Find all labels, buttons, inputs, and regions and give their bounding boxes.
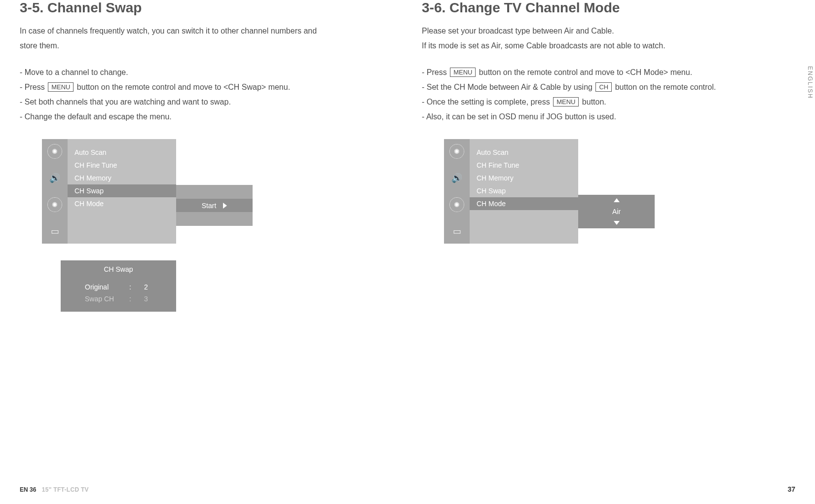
osd-item[interactable]: CH Swap	[470, 184, 578, 197]
osd-item[interactable]: CH Mode	[68, 197, 176, 210]
step-text: - Also, it can be set in OSD menu if JOG…	[422, 110, 770, 123]
osd-value[interactable]: Air	[578, 206, 655, 217]
text-fragment: - Press	[20, 83, 47, 91]
text-fragment: button on the remote control and move to…	[477, 68, 692, 76]
osd-item-list: Auto Scan CH Fine Tune CH Memory CH Swap…	[470, 139, 578, 244]
language-tab: ENGLISH	[805, 63, 815, 102]
paragraph: In case of channels frequently watch, yo…	[20, 25, 368, 37]
text-fragment: - Press	[422, 68, 449, 76]
text-fragment: button.	[580, 98, 606, 106]
ch-swap-dialog: CH Swap Original : 2 Swap CH : 3	[61, 260, 176, 312]
osd-item[interactable]: CH Fine Tune	[470, 159, 578, 172]
chevron-right-icon	[223, 203, 227, 209]
settings-icon: ✺	[47, 197, 62, 212]
paragraph: Please set your broadcast type between A…	[422, 25, 770, 37]
section-channel-swap: 3-5. Channel Swap In case of channels fr…	[20, 0, 368, 312]
section-title: 3-5. Channel Swap	[20, 0, 368, 16]
colon: :	[129, 283, 134, 291]
dialog-title: CH Swap	[61, 265, 176, 273]
section-title: 3-6. Change TV Channel Mode	[422, 0, 770, 16]
osd-item[interactable]: Auto Scan	[470, 146, 578, 159]
product-name: 15" TFT-LCD TV	[42, 486, 89, 493]
display-icon: ▭	[449, 224, 464, 239]
text-fragment: - Once the setting is complete, press	[422, 98, 552, 106]
osd-value-column: Air	[578, 139, 655, 244]
ch-button-label: CH	[595, 82, 612, 92]
step-text: - Set the CH Mode between Air & Cable by…	[422, 81, 770, 94]
row-key: Swap CH	[85, 295, 123, 303]
paragraph: store them.	[20, 39, 368, 52]
osd-icon-column: ✺ 🔊 ✺ ▭	[42, 139, 68, 244]
osd-value[interactable]: Start	[176, 199, 253, 212]
footer-left: EN 36 15" TFT-LCD TV	[20, 486, 89, 493]
chevron-down-icon	[614, 221, 620, 225]
dialog-row-selected[interactable]: Swap CH : 3	[61, 293, 176, 305]
osd-icon-column: ✺ 🔊 ✺ ▭	[444, 139, 470, 244]
speaker-icon: 🔊	[449, 171, 464, 185]
row-key: Original	[85, 283, 123, 291]
page-number-left: EN 36	[20, 486, 36, 493]
osd-item-selected[interactable]: CH Swap	[68, 184, 176, 197]
osd-item-list: Auto Scan CH Fine Tune CH Memory CH Swap…	[68, 139, 176, 244]
step-text: - Once the setting is complete, press ME…	[422, 96, 770, 108]
colon: :	[129, 295, 134, 303]
value-up[interactable]	[578, 195, 655, 206]
settings-icon: ✺	[449, 197, 464, 212]
osd-menu: ✺ 🔊 ✺ ▭ Auto Scan CH Fine Tune CH Memory…	[42, 139, 368, 244]
page-number-right: 37	[787, 485, 795, 493]
osd-item-selected[interactable]: CH Mode	[470, 197, 578, 210]
text-fragment: button on the remote control and move to…	[74, 83, 290, 91]
brightness-icon: ✺	[47, 144, 62, 159]
menu-button-label: MENU	[553, 97, 579, 107]
brightness-icon: ✺	[449, 144, 464, 159]
step-text: - Move to a channel to change.	[20, 66, 368, 79]
value-text: Air	[612, 208, 621, 216]
text-fragment: button on the remote control.	[613, 83, 716, 91]
chevron-up-icon	[614, 198, 620, 202]
paragraph: If its mode is set as Air, some Cable br…	[422, 39, 770, 52]
osd-item[interactable]: CH Fine Tune	[68, 159, 176, 172]
osd-item[interactable]: CH Memory	[68, 172, 176, 184]
value-down[interactable]	[578, 217, 655, 228]
menu-button-label: MENU	[450, 68, 476, 77]
value-text: Start	[202, 202, 217, 210]
speaker-icon: 🔊	[47, 171, 62, 185]
step-text: - Press MENU button on the remote contro…	[422, 66, 770, 79]
step-text: - Set both channels that you are watchin…	[20, 96, 368, 108]
display-icon: ▭	[47, 224, 62, 239]
row-value: 3	[140, 295, 152, 303]
dialog-row[interactable]: Original : 2	[61, 281, 176, 293]
osd-item[interactable]: Auto Scan	[68, 146, 176, 159]
text-fragment: - Set the CH Mode between Air & Cable by…	[422, 83, 594, 91]
step-text: - Press MENU button on the remote contro…	[20, 81, 368, 94]
osd-item[interactable]: CH Memory	[470, 172, 578, 184]
menu-button-label: MENU	[48, 82, 74, 92]
step-text: - Change the default and escape the menu…	[20, 110, 368, 123]
osd-menu: ✺ 🔊 ✺ ▭ Auto Scan CH Fine Tune CH Memory…	[444, 139, 770, 244]
osd-value-column: Start	[176, 139, 253, 244]
row-value: 2	[140, 283, 152, 291]
section-change-tv-channel-mode: 3-6. Change TV Channel Mode Please set y…	[422, 0, 770, 312]
